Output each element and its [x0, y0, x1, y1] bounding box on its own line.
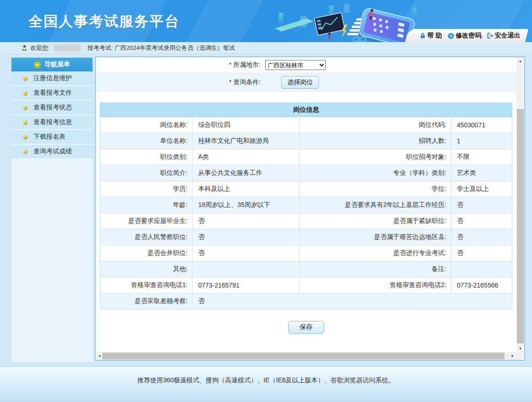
vertical-scroll-thumb[interactable]: [517, 109, 524, 343]
table-value: 否: [192, 229, 300, 245]
table-label: 资格审查咨询电话1:: [100, 277, 192, 293]
table-label: 学历:: [100, 181, 192, 197]
table-value: 18周岁以上、35周岁以下: [192, 197, 300, 213]
city-select[interactable]: 广西区桂林市: [265, 60, 326, 70]
table-label: 招聘人数:: [300, 133, 451, 149]
row-fresh-graduate: 是否要求应届毕业生: 否 是否属于紧缺职位: 否: [100, 213, 512, 229]
row-other-remarks: 其他: 备注:: [100, 261, 512, 277]
form-row-city: * 所属地市: 广西区桂林市: [96, 57, 516, 73]
scroll-right-arrow-icon[interactable]: ►: [509, 352, 516, 360]
table-value: 学士及以上: [451, 181, 512, 197]
table-value: 艺术类: [451, 165, 512, 181]
svg-text:?: ?: [450, 33, 452, 38]
scroll-up-arrow-icon[interactable]: ▲: [516, 57, 524, 65]
question-icon: ?: [448, 32, 455, 39]
row-age: 年龄: 18周岁以上、35周岁以下 是否要求具有2年以上基层工作经历: 否: [100, 197, 512, 213]
table-value: 综合职位四: [192, 117, 300, 133]
horizontal-scrollbar[interactable]: ◄ ►: [96, 352, 516, 360]
row-position-category: 职位类别: A类 职位招考对象: 不限: [100, 149, 512, 165]
table-label: 专业（学科）类别:: [300, 165, 451, 181]
table-title: 岗位信息: [100, 103, 512, 117]
sidebar-item-label: 查看报考信息: [33, 118, 72, 126]
change-password-link[interactable]: ? 修改密码: [446, 32, 483, 40]
logout-link[interactable]: 安全退出: [485, 32, 522, 40]
table-value: 0773-2165791: [192, 277, 300, 293]
position-info-table: 岗位信息 岗位名称: 综合职位四 岗位代码: 45030071 单位名称: 桂林…: [100, 103, 512, 310]
table-value: [192, 261, 300, 277]
sidebar-item-view-application-status[interactable]: 查看报考状态: [11, 101, 93, 115]
sidebar: 导航菜单 注册信息维护 查看报考文件 查看报考状态 查看报考信息 下载报名表 查…: [11, 58, 93, 362]
form-row-query: * 查询条件: 选择岗位: [96, 73, 516, 92]
welcome-label: 欢迎您:: [30, 44, 50, 52]
change-password-link-label: 修改密码: [456, 32, 482, 40]
sidebar-item-query-scores[interactable]: 查询考试成绩: [11, 145, 93, 159]
sidebar-item-label: 查询考试成绩: [33, 147, 72, 156]
bullet-icon: [23, 150, 27, 154]
header-streak: [183, 0, 266, 42]
table-label: 是否属于艰苦边远地区县:: [300, 229, 451, 245]
help-link-label: 帮 助: [428, 32, 442, 40]
sidebar-item-view-application-info[interactable]: 查看报考信息: [11, 115, 93, 130]
table-label: 备注:: [300, 261, 451, 277]
row-merged-position: 是否合并职位: 否 是否进行专业考试: 否: [100, 245, 512, 261]
sidebar-menu-header[interactable]: 导航菜单: [11, 58, 93, 71]
table-label: 其他:: [100, 261, 192, 277]
table-label: 是否进行专业考试:: [300, 245, 451, 261]
table-value: 否: [451, 213, 512, 229]
row-police: 是否人民警察职位: 否 是否属于艰苦边远地区县: 否: [100, 229, 512, 245]
sidebar-item-label: 查看报考状态: [33, 103, 72, 112]
sidebar-item-label: 查看报考文件: [33, 89, 72, 97]
header-links-bar: 帮 助 ? 修改密码 安全退出: [405, 29, 528, 42]
table-label: 是否合并职位:: [100, 245, 192, 261]
table-label: 是否要求具有2年以上基层工作经历:: [300, 197, 451, 213]
table-label: 岗位代码:: [300, 117, 451, 133]
table-value: 45030071: [451, 117, 512, 133]
page-title: 全国人事考试服务平台: [28, 12, 180, 31]
header-illustration: [275, 0, 426, 42]
row-phone: 资格审查咨询电话1: 0773-2165791 资格审查咨询电话2: 0773-…: [100, 277, 512, 293]
redacted-username: [54, 44, 80, 51]
content-panel: * 所属地市: 广西区桂林市 * 查询条件: 选择岗位 岗位信息: [95, 56, 525, 361]
bullet-icon: [23, 106, 27, 110]
save-button[interactable]: 保存: [288, 321, 324, 334]
table-value: 否: [451, 197, 512, 213]
table-value: 本科及以上: [192, 181, 300, 197]
table-value: 否: [192, 293, 512, 310]
table-label: 职位类别:: [100, 149, 192, 165]
table-label: 是否属于紧缺职位:: [300, 213, 451, 229]
table-label: 年龄:: [100, 197, 192, 213]
vertical-scrollbar[interactable]: ▲ ▼: [516, 57, 524, 352]
sidebar-item-download-form[interactable]: 下载报名表: [11, 130, 93, 145]
sidebar-item-label: 注册信息维护: [33, 74, 72, 82]
table-value: A类: [192, 149, 300, 165]
sidebar-item-register-info[interactable]: 注册信息维护: [11, 71, 93, 86]
help-link[interactable]: 帮 助: [418, 32, 444, 40]
table-label: 学位:: [300, 181, 451, 197]
table-label: 是否要求应届毕业生:: [100, 213, 192, 229]
row-differential-inspection: 是否采取差额考察: 否: [100, 293, 512, 310]
exit-icon: [487, 33, 494, 39]
table-value: 0773-2165566: [451, 277, 512, 293]
table-value: 否: [451, 245, 512, 261]
sidebar-filler: [11, 159, 93, 362]
logout-link-label: 安全退出: [495, 32, 521, 40]
table-value: 否: [192, 245, 300, 261]
table-label: 职位简介:: [100, 165, 192, 181]
bullet-icon: [23, 91, 27, 95]
panel-content: * 所属地市: 广西区桂林市 * 查询条件: 选择岗位 岗位信息: [96, 57, 516, 352]
row-unit-name: 单位名称: 桂林市文化广电和旅游局 招聘人数: 1: [100, 133, 512, 149]
chevron-down-icon: [34, 61, 41, 68]
footer-text: 推荐使用360极速模式、搜狗（高速模式）、IE（IE8及以上版本）、谷歌浏览器访…: [0, 367, 532, 385]
table-value: 不限: [451, 149, 512, 165]
row-education: 学历: 本科及以上 学位: 学士及以上: [100, 181, 512, 197]
header: 全国人事考试服务平台 帮 助 ? 修改密码 安全退出: [0, 0, 532, 42]
sidebar-item-view-exam-files[interactable]: 查看报考文件: [11, 86, 93, 101]
main-area: 导航菜单 注册信息维护 查看报考文件 查看报考状态 查看报考信息 下载报名表 查…: [0, 54, 532, 366]
select-position-button[interactable]: 选择岗位: [281, 76, 319, 89]
scrollbar-corner: [516, 352, 524, 360]
table-value: [451, 261, 512, 277]
scroll-down-arrow-icon[interactable]: ▼: [516, 345, 524, 352]
table-value: 桂林市文化广电和旅游局: [192, 133, 300, 149]
user-icon: [21, 44, 28, 51]
horizontal-scroll-thumb[interactable]: [102, 353, 505, 359]
